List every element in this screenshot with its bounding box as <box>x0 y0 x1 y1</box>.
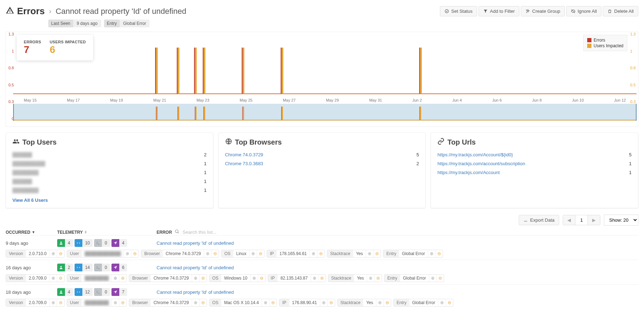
plus-icon[interactable]: ⊕ <box>192 275 199 282</box>
panel-row[interactable]: ██████████1 <box>12 159 207 168</box>
minus-icon[interactable]: ⊖ <box>211 250 219 257</box>
plus-icon[interactable]: ⊕ <box>204 250 211 257</box>
minus-icon[interactable]: ⊖ <box>199 299 207 306</box>
error-message-link[interactable]: Cannot read property 'Id' of undefined <box>157 241 638 246</box>
tag-pill[interactable]: EntryGlobal Error⊕⊖ <box>393 299 453 307</box>
minus-icon[interactable]: ⊖ <box>57 275 64 282</box>
telemetry-nav-badge[interactable]: 7 <box>111 288 127 296</box>
panel-row[interactable]: ██████2 <box>12 150 207 159</box>
export-data-button[interactable]: Export Data <box>519 215 559 225</box>
plus-icon[interactable]: ⊕ <box>192 299 199 306</box>
error-message-link[interactable]: Cannot read property 'Id' of undefined <box>157 290 638 295</box>
add-to-filter-button[interactable]: Add to Filter <box>479 6 519 16</box>
panel-row[interactable]: ████████1 <box>12 168 207 177</box>
plus-icon[interactable]: ⊕ <box>367 275 374 282</box>
telemetry-nav-badge[interactable]: 4 <box>111 239 127 247</box>
minus-icon[interactable]: ⊖ <box>57 250 64 257</box>
telemetry-console-badge[interactable]: 0 <box>94 264 110 271</box>
minus-icon[interactable]: ⊖ <box>269 299 277 306</box>
tag-pill[interactable]: StacktraceYes⊕⊖ <box>328 274 382 282</box>
tag-pill[interactable]: StacktraceYes⊕⊖ <box>327 250 381 258</box>
plus-icon[interactable]: ⊕ <box>250 275 258 282</box>
subheader-tag[interactable]: EntryGlobal Error <box>104 20 150 27</box>
tag-pill[interactable]: EntryGlobal Error⊕⊖ <box>383 250 443 258</box>
minus-icon[interactable]: ⊖ <box>446 299 453 306</box>
minus-icon[interactable]: ⊖ <box>318 275 326 282</box>
main-chart[interactable] <box>13 33 637 97</box>
minus-icon[interactable]: ⊖ <box>119 299 126 306</box>
occurred-header[interactable]: OCCURRED▼ <box>6 230 57 235</box>
minus-icon[interactable]: ⊖ <box>327 299 335 306</box>
tag-pill[interactable]: EntryGlobal Error⊕⊖ <box>384 274 444 282</box>
telemetry-header[interactable]: TELEMETRY⬍ <box>57 230 157 235</box>
plus-icon[interactable]: ⊕ <box>124 250 131 257</box>
show-count-select[interactable]: Show: 20 <box>604 215 638 226</box>
telemetry-nav-badge[interactable]: 6 <box>111 264 127 271</box>
plus-icon[interactable]: ⊕ <box>249 250 257 257</box>
tag-pill[interactable]: User████████████⊕⊖ <box>67 250 139 258</box>
tag-pill[interactable]: BrowserChrome 74.0.3729⊕⊖ <box>141 250 219 258</box>
timeline-minimap[interactable] <box>13 104 637 121</box>
panel-row[interactable]: https://my.trackjs.com/Account/${id0}5 <box>437 150 632 159</box>
plus-icon[interactable]: ⊕ <box>49 275 57 282</box>
plus-icon[interactable]: ⊕ <box>429 275 436 282</box>
telemetry-network-badge[interactable]: 14 <box>75 264 93 271</box>
minus-icon[interactable]: ⊖ <box>373 250 381 257</box>
minus-icon[interactable]: ⊖ <box>57 299 64 306</box>
minus-icon[interactable]: ⊖ <box>258 275 265 282</box>
plus-icon[interactable]: ⊕ <box>438 299 446 306</box>
plus-icon[interactable]: ⊕ <box>49 299 57 306</box>
telemetry-user-badge[interactable]: 4 <box>57 239 73 247</box>
tag-pill[interactable]: OSMac OS X 10.14.4⊕⊖ <box>209 299 277 307</box>
error-message-link[interactable]: Cannot read property 'Id' of undefined <box>157 265 638 270</box>
tag-pill[interactable]: OSWindows 10⊕⊖ <box>209 274 266 282</box>
telemetry-user-badge[interactable]: 4 <box>57 288 73 296</box>
view-all-users-link[interactable]: View All 6 Users <box>12 198 48 203</box>
tag-pill[interactable]: Version2.0.709.0⊕⊖ <box>6 299 65 307</box>
panel-row[interactable]: Chrome 74.0.37295 <box>225 150 419 159</box>
set-status-button[interactable]: Set Status <box>440 6 477 16</box>
plus-icon[interactable]: ⊕ <box>366 250 373 257</box>
plus-icon[interactable]: ⊕ <box>320 299 327 306</box>
tag-pill[interactable]: BrowserChrome 74.0.3729⊕⊖ <box>129 274 207 282</box>
panel-row[interactable]: Chrome 73.0.36832 <box>225 159 419 168</box>
prev-page-button[interactable]: ◀ <box>563 215 575 225</box>
panel-row[interactable]: ████████1 <box>12 186 207 195</box>
tag-pill[interactable]: Version2.0.710.0⊕⊖ <box>6 250 65 258</box>
telemetry-user-badge[interactable]: 2 <box>57 264 73 271</box>
create-group-button[interactable]: Create Group <box>521 6 565 16</box>
plus-icon[interactable]: ⊕ <box>376 299 383 306</box>
tag-pill[interactable]: User████████⊕⊖ <box>67 274 127 282</box>
minus-icon[interactable]: ⊖ <box>383 299 391 306</box>
tag-pill[interactable]: IP82.135.143.87⊕⊖ <box>268 274 326 282</box>
minus-icon[interactable]: ⊖ <box>131 250 138 257</box>
minus-icon[interactable]: ⊖ <box>257 250 264 257</box>
plus-icon[interactable]: ⊕ <box>428 250 435 257</box>
plus-icon[interactable]: ⊕ <box>111 275 119 282</box>
plus-icon[interactable]: ⊕ <box>311 275 318 282</box>
plus-icon[interactable]: ⊕ <box>262 299 269 306</box>
minus-icon[interactable]: ⊖ <box>436 275 444 282</box>
panel-row[interactable]: https://my.trackjs.com/Account1 <box>437 168 632 177</box>
subheader-tag[interactable]: Last Seen9 days ago <box>48 20 101 27</box>
minus-icon[interactable]: ⊖ <box>317 250 324 257</box>
telemetry-network-badge[interactable]: 12 <box>75 288 93 296</box>
telemetry-network-badge[interactable]: 10 <box>75 239 93 247</box>
plus-icon[interactable]: ⊕ <box>49 250 57 257</box>
panel-row[interactable]: ██████1 <box>12 177 207 186</box>
tag-pill[interactable]: OSLinux⊕⊖ <box>221 250 264 258</box>
plus-icon[interactable]: ⊕ <box>310 250 317 257</box>
telemetry-console-badge[interactable]: 0 <box>94 288 110 296</box>
tag-pill[interactable]: Version2.0.709.0⊕⊖ <box>6 274 65 282</box>
page-input[interactable] <box>575 215 588 225</box>
telemetry-console-badge[interactable]: 0 <box>94 239 110 247</box>
search-input[interactable] <box>182 229 246 235</box>
minus-icon[interactable]: ⊖ <box>374 275 382 282</box>
plus-icon[interactable]: ⊕ <box>111 299 119 306</box>
ignore-all-button[interactable]: Ignore All <box>566 6 601 16</box>
tag-pill[interactable]: BrowserChrome 74.0.3729⊕⊖ <box>129 299 207 307</box>
tag-pill[interactable]: IP178.165.94.61⊕⊖ <box>267 250 325 258</box>
minus-icon[interactable]: ⊖ <box>435 250 443 257</box>
tag-pill[interactable]: IP176.88.90.41⊕⊖ <box>279 299 335 307</box>
tag-pill[interactable]: StacktraceYes⊕⊖ <box>337 299 391 307</box>
